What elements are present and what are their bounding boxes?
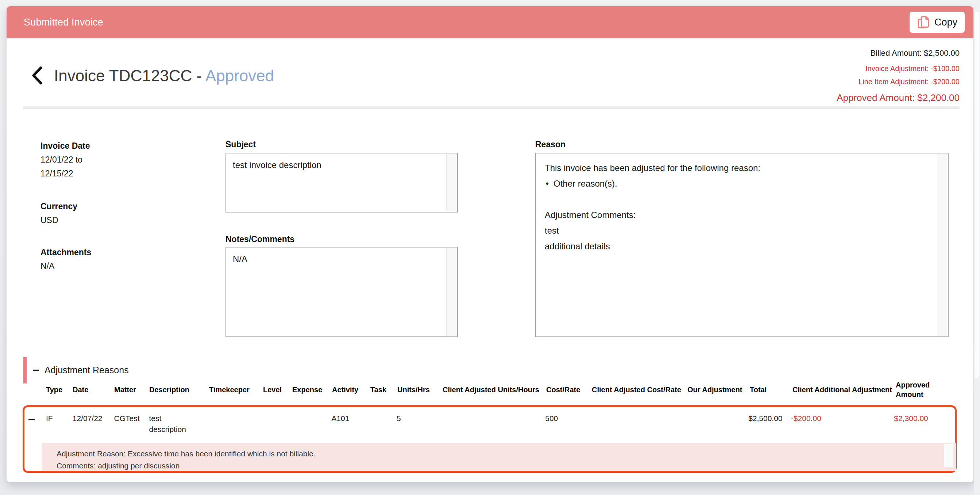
cell-matter: CGTest — [114, 413, 149, 424]
invoice-date-value-line1: 12/01/22 to — [40, 153, 143, 167]
reason-comment-line1: test — [545, 223, 931, 238]
reason-bullet-text: Other reason(s). — [554, 176, 617, 191]
reason-textarea[interactable]: This invoice has been adjusted for the f… — [535, 153, 949, 337]
invoice-info-column: Invoice Date 12/01/22 to 12/15/22 Curren… — [40, 139, 143, 273]
adjustment-reason-text: Adjustment Reason: Excessive time has be… — [57, 447, 934, 460]
currency-label: Currency — [40, 199, 143, 213]
collapse-row-button[interactable] — [29, 417, 35, 422]
column-header-approved-amount: Approved Amount — [896, 380, 957, 399]
cell-approved-amount: $2,300.00 — [894, 413, 955, 424]
column-header-activity: Activity — [332, 385, 370, 394]
notes-value: N/A — [226, 248, 457, 271]
notes-textarea[interactable]: N/A — [226, 247, 458, 337]
copy-icon — [917, 15, 930, 29]
status-badge: Approved — [205, 67, 274, 84]
column-header-our-adjustment: Our Adjustment — [687, 385, 750, 394]
line-item-adjustment: Line Item Adjustment: -$200.00 — [837, 78, 959, 86]
invoice-date-label: Invoice Date — [40, 139, 143, 153]
line-item-row[interactable]: IF 12/07/22 CGTest test description A101… — [24, 407, 955, 435]
column-header-timekeeper: Timekeeper — [209, 385, 263, 394]
currency-value: USD — [40, 213, 143, 227]
cell-client-additional-adjustment: -$200.00 — [791, 413, 894, 424]
bullet-icon: • — [541, 176, 554, 191]
column-header-cost-rate: Cost/Rate — [546, 385, 592, 394]
adjustment-comments-text: Comments: adjusting per discussion — [57, 460, 934, 472]
subrow-scrollbar[interactable] — [944, 444, 953, 467]
invoice-number: Invoice TDC123CC — [54, 67, 192, 84]
cell-date: 12/07/22 — [73, 413, 114, 424]
reason-intro: This invoice has been adjusted for the f… — [545, 160, 931, 176]
section-accent-bar — [23, 357, 27, 384]
column-header-client-adjusted-cost: Client Adjusted Cost/Rate — [592, 385, 687, 394]
cell-units-hrs: 5 — [396, 413, 442, 424]
column-header-task: Task — [370, 385, 397, 394]
invoice-adjustment: Invoice Adjustment: -$100.00 — [837, 65, 959, 73]
reason-comment-line2: additional details — [545, 238, 931, 254]
column-header-matter: Matter — [114, 385, 149, 394]
cell-total: $2,500.00 — [748, 413, 791, 424]
copy-button-label: Copy — [934, 17, 958, 28]
reason-content: This invoice has been adjusted for the f… — [536, 154, 948, 259]
subject-textarea[interactable]: test invoice description — [226, 153, 458, 213]
approved-amount: Approved Amount: $2,200.00 — [837, 92, 959, 103]
column-header-date: Date — [73, 385, 114, 394]
column-header-units-hrs: Units/Hrs — [397, 385, 442, 394]
row-minus-icon — [29, 419, 35, 420]
column-header-total: Total — [750, 385, 792, 394]
column-header-description: Description — [149, 385, 209, 394]
page-scrollbar-thumb[interactable] — [974, 12, 979, 378]
adjustment-detail-subrow: Adjustment Reason: Excessive time has be… — [42, 443, 956, 471]
column-header-level: Level — [263, 385, 292, 394]
cell-activity: A101 — [331, 413, 370, 424]
title-separator: - — [192, 67, 205, 84]
back-button[interactable] — [30, 65, 46, 86]
selected-line-item[interactable]: IF 12/07/22 CGTest test description A101… — [22, 405, 957, 473]
minus-icon — [33, 370, 39, 371]
cell-type: IF — [46, 413, 73, 424]
reason-comments-label: Adjustment Comments: — [545, 207, 931, 223]
subject-label: Subject — [226, 140, 256, 149]
submitted-invoice-header: Submitted Invoice Copy — [6, 6, 974, 38]
header-title: Submitted Invoice — [24, 17, 103, 28]
invoice-date-value-line2: 12/15/22 — [40, 167, 143, 181]
reason-label: Reason — [535, 140, 566, 149]
back-chevron-icon — [30, 66, 46, 85]
subject-value: test invoice description — [226, 154, 457, 177]
adjustment-reasons-title: Adjustment Reasons — [45, 365, 129, 376]
page-scrollbar[interactable] — [974, 0, 980, 495]
invoice-card: Submitted Invoice Copy Invoice TDC123CC … — [6, 6, 974, 482]
attachments-value: N/A — [40, 259, 143, 273]
column-header-expense: Expense — [292, 385, 332, 394]
reason-bullet-line: • Other reason(s). — [545, 176, 931, 191]
notes-label: Notes/Comments — [226, 234, 294, 244]
reason-scrollbar[interactable] — [937, 154, 947, 336]
cell-description: test description — [149, 413, 209, 435]
column-header-type: Type — [46, 385, 73, 394]
title-divider — [23, 106, 959, 109]
collapse-section-button[interactable] — [31, 366, 40, 374]
column-header-client-additional-adjustment: Client Additional Adjustment — [792, 385, 896, 394]
amount-summary: Billed Amount: $2,500.00 Invoice Adjustm… — [837, 49, 959, 103]
notes-scrollbar[interactable] — [446, 248, 457, 336]
page-title: Invoice TDC123CC - Approved — [54, 67, 274, 85]
column-header-client-adjusted-units: Client Adjusted Units/Hours — [442, 385, 546, 394]
cell-cost-rate: 500 — [545, 413, 591, 424]
attachments-label: Attachments — [40, 245, 143, 259]
subject-scrollbar[interactable] — [446, 154, 457, 211]
line-items-table-header: Type Date Matter Description Timekeeper … — [29, 379, 957, 401]
billed-amount: Billed Amount: $2,500.00 — [837, 49, 959, 58]
copy-button[interactable]: Copy — [910, 12, 965, 33]
